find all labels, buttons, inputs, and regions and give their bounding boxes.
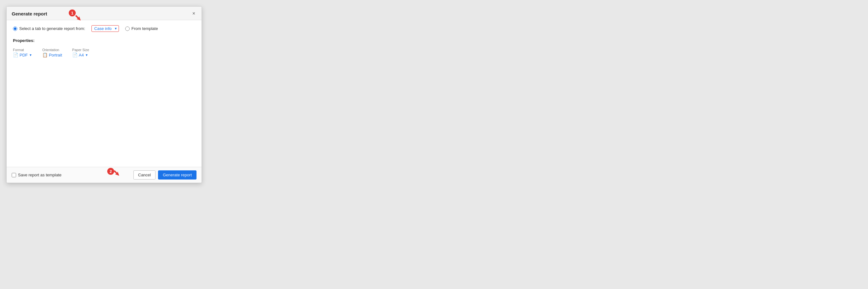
paper-size-property: Paper Size 📄 A4 ▼ <box>72 48 89 57</box>
tab-source-label: Select a tab to generate report from: <box>19 26 85 31</box>
tab-select[interactable]: Case info <box>91 25 119 32</box>
save-template-label[interactable]: Save report as template <box>12 173 62 177</box>
format-label: Format <box>13 48 32 52</box>
generate-report-button[interactable]: Generate report <box>158 170 196 179</box>
format-icon: 📄 <box>13 52 18 57</box>
format-dropdown[interactable]: 📄 PDF ▼ <box>13 52 32 57</box>
source-selection-row: Select a tab to generate report from: Ca… <box>13 25 195 32</box>
template-source-radio-label[interactable]: From template <box>125 26 158 31</box>
save-template-text: Save report as template <box>18 173 62 177</box>
paper-size-arrow-icon: ▼ <box>85 53 88 57</box>
close-button[interactable]: × <box>191 10 196 17</box>
properties-title: Properties: <box>13 38 195 43</box>
properties-section: Properties: Format 📄 PDF ▼ Orientation <box>13 38 195 57</box>
tab-source-radio[interactable] <box>13 27 17 31</box>
generate-report-dialog: Generate report × Select a tab to genera… <box>6 6 202 183</box>
dialog-title: Generate report <box>12 11 47 17</box>
tab-dropdown-wrapper[interactable]: Case info ▼ <box>91 25 119 32</box>
paper-size-label: Paper Size <box>72 48 89 52</box>
paper-size-dropdown[interactable]: 📄 A4 ▼ <box>72 52 89 57</box>
format-property: Format 📄 PDF ▼ <box>13 48 32 57</box>
cancel-button[interactable]: Cancel <box>133 170 155 179</box>
orientation-property: Orientation 📋 Portrait <box>42 48 62 57</box>
properties-row: Format 📄 PDF ▼ Orientation 📋 Portrait <box>13 48 195 57</box>
template-source-radio[interactable] <box>125 27 130 31</box>
paper-size-icon: 📄 <box>72 52 78 57</box>
tab-source-radio-label[interactable]: Select a tab to generate report from: <box>13 26 85 31</box>
footer-buttons: Cancel Generate report <box>133 170 196 179</box>
template-source-label: From template <box>131 26 158 31</box>
dialog-header: Generate report × <box>7 7 202 20</box>
orientation-icon: 📋 <box>42 52 48 57</box>
format-value: PDF <box>20 53 28 57</box>
orientation-value: Portrait <box>49 53 62 57</box>
dialog-body: Select a tab to generate report from: Ca… <box>7 20 202 167</box>
paper-size-value: A4 <box>79 53 84 57</box>
save-template-checkbox[interactable] <box>12 173 16 177</box>
dialog-footer: Save report as template Cancel Generate … <box>7 167 202 183</box>
orientation-label: Orientation <box>42 48 62 52</box>
format-arrow-icon: ▼ <box>29 53 32 57</box>
orientation-dropdown[interactable]: 📋 Portrait <box>42 52 62 57</box>
